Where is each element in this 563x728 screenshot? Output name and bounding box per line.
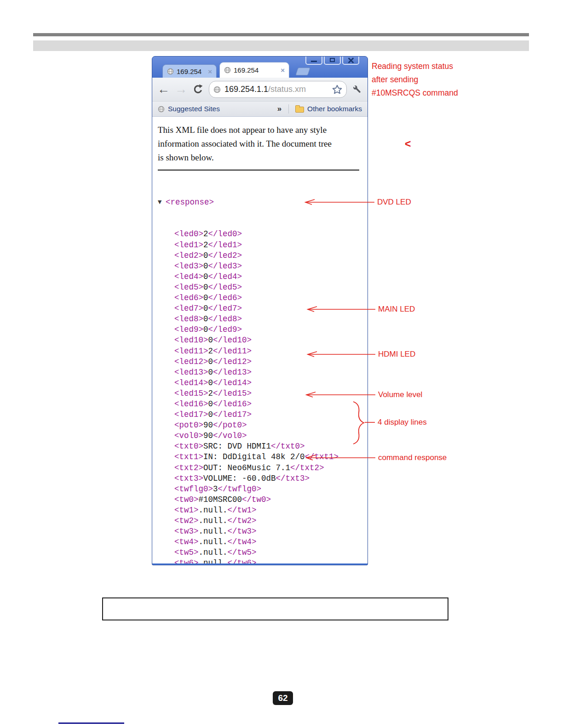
xml-node-led3: <led3>0</led3>: [158, 261, 362, 272]
xml-node-tw4: <tw4>.null.</tw4>: [158, 537, 362, 547]
callout-main-led: MAIN LED: [304, 305, 415, 314]
xml-root-open-tag: <response>: [166, 198, 214, 207]
header-bar: [33, 40, 529, 51]
tab-label: 169.254: [234, 66, 259, 74]
callout-label: 4 display lines: [378, 418, 427, 427]
bookmarks-bar: Suggested Sites » Other bookmarks: [152, 102, 368, 117]
bookmark-suggested-sites[interactable]: Suggested Sites: [158, 105, 220, 113]
bookmark-label: Suggested Sites: [168, 105, 220, 113]
notice-line: information associated with it. The docu…: [158, 137, 362, 151]
bookmark-star-icon[interactable]: [332, 85, 342, 95]
xml-node-led1: <led1>2</led1>: [158, 240, 362, 250]
callout-dvd-led: DVD LED: [302, 198, 411, 207]
tab-active[interactable]: 169.254 ×: [219, 62, 289, 78]
xml-node-vol0: <vol0>90</vol0>: [158, 431, 362, 441]
xml-node-led8: <led8>0</led8>: [158, 314, 362, 324]
xml-node-led13: <led13>0</led13>: [158, 367, 362, 378]
xml-node-led2: <led2>0</led2>: [158, 250, 362, 261]
xml-node-txt2: <txt2>OUT: Neo6Music 7.1</txt2>: [158, 463, 362, 473]
window-controls: [305, 57, 359, 65]
callout-arrow: [303, 454, 375, 462]
callout-label: MAIN LED: [378, 305, 415, 314]
browser-titlebar: 169.254 × 169.254 ×: [152, 57, 368, 78]
notice-divider: [158, 170, 359, 171]
bookmarks-overflow-chevron[interactable]: »: [277, 104, 282, 114]
xml-node-led6: <led6>0</led6>: [158, 293, 362, 303]
disclosure-triangle-icon[interactable]: ▼: [158, 197, 166, 207]
globe-icon: [213, 86, 221, 93]
wrench-menu-icon[interactable]: [352, 84, 362, 95]
xml-node-led14: <led14>0</led14>: [158, 378, 362, 388]
xml-tree: ▼<response> <led0>2</led0><led1>2</led1>…: [158, 176, 362, 563]
xml-node-txt0: <txt0>SRC: DVD HDMI1</txt0>: [158, 441, 362, 452]
xml-node-led10: <led10>0</led10>: [158, 335, 362, 346]
xml-node-tw6: <tw6>.null.</tw6>: [158, 558, 362, 563]
callout-arrow: [304, 305, 375, 313]
callout-label: HDMI LED: [378, 350, 415, 359]
minimize-icon: [311, 61, 317, 62]
notice-line: is shown below.: [158, 151, 362, 165]
footer-line: [58, 722, 124, 724]
notice-line: This XML file does not appear to have an…: [158, 123, 362, 137]
callout-display-lines: 4 display lines: [365, 418, 427, 427]
callout-arrow: [304, 350, 375, 358]
tab-close-icon[interactable]: ×: [208, 68, 212, 75]
annotation-note-line: Reading system status: [372, 60, 458, 73]
minimize-button[interactable]: [305, 57, 322, 65]
globe-icon: [167, 68, 174, 75]
bookmarks-separator: [288, 104, 289, 114]
url-text[interactable]: 169.254.1.1/status.xm: [224, 85, 306, 94]
callout-command-response: command response: [303, 453, 447, 462]
xml-style-notice: This XML file does not appear to have an…: [158, 123, 362, 165]
folder-icon: [295, 107, 304, 113]
annotation-note-line: #10MSRCQS command: [372, 86, 458, 100]
xml-node-pot0: <pot0>90</pot0>: [158, 420, 362, 431]
close-button[interactable]: [342, 57, 359, 65]
xml-node-tw0: <tw0>#10MSRC00</tw0>: [158, 495, 362, 505]
back-button[interactable]: ←: [157, 83, 170, 96]
callout-volume-level: Volume level: [303, 390, 422, 399]
callout-arrow: [302, 198, 374, 206]
xml-node-led0: <led0>2</led0>: [158, 229, 362, 239]
xml-viewer-content: This XML file does not appear to have an…: [152, 117, 368, 563]
page-number-badge: 62: [273, 691, 293, 705]
browser-toolbar: ← → 169.254.1.1/status.xm: [152, 78, 368, 102]
new-tab-button[interactable]: [295, 68, 310, 75]
callout-dash: [365, 418, 375, 427]
xml-node-led4: <led4>0</led4>: [158, 272, 362, 282]
globe-icon: [224, 67, 231, 74]
tab-background[interactable]: 169.254 ×: [162, 64, 217, 78]
manual-page: 169.254 × 169.254 × ← → 169.254.1.1/stat…: [0, 0, 563, 728]
tab-close-icon[interactable]: ×: [281, 66, 285, 74]
top-rule: [33, 33, 529, 36]
annotation-note: Reading system status after sending #10M…: [372, 60, 458, 100]
reload-button[interactable]: [192, 84, 204, 95]
xml-node-tw2: <tw2>.null.</tw2>: [158, 516, 362, 526]
callout-label: command response: [378, 453, 447, 462]
xml-node-tw3: <tw3>.null.</tw3>: [158, 526, 362, 537]
annotation-lt-mark: <: [405, 138, 411, 150]
xml-node-led9: <led9>0</led9>: [158, 324, 362, 335]
maximize-icon: [330, 58, 335, 62]
forward-button[interactable]: →: [175, 83, 187, 96]
callout-arrow: [303, 391, 375, 399]
maximize-button[interactable]: [324, 57, 341, 65]
callout-hdmi-led: HDMI LED: [304, 350, 415, 359]
xml-node-twflg0: <twflg0>3</twflg0>: [158, 484, 362, 495]
annotation-note-line: after sending: [372, 73, 458, 86]
display-lines-brace: [350, 401, 366, 445]
callout-label: Volume level: [378, 390, 422, 399]
globe-icon: [158, 106, 165, 113]
address-bar[interactable]: 169.254.1.1/status.xm: [209, 81, 347, 98]
xml-node-tw5: <tw5>.null.</tw5>: [158, 547, 362, 558]
tab-label: 169.254: [177, 68, 201, 75]
empty-note-box: [102, 597, 448, 620]
xml-node-txt3: <txt3>VOLUME: -60.0dB</txt3>: [158, 473, 362, 484]
xml-node-led16: <led16>0</led16>: [158, 399, 362, 410]
bookmark-other-bookmarks[interactable]: Other bookmarks: [295, 105, 362, 113]
xml-node-led17: <led17>0</led17>: [158, 410, 362, 420]
xml-node-tw1: <tw1>.null.</tw1>: [158, 505, 362, 516]
bookmark-label: Other bookmarks: [307, 105, 362, 113]
callout-label: DVD LED: [377, 198, 411, 207]
xml-node-led5: <led5>0</led5>: [158, 282, 362, 293]
